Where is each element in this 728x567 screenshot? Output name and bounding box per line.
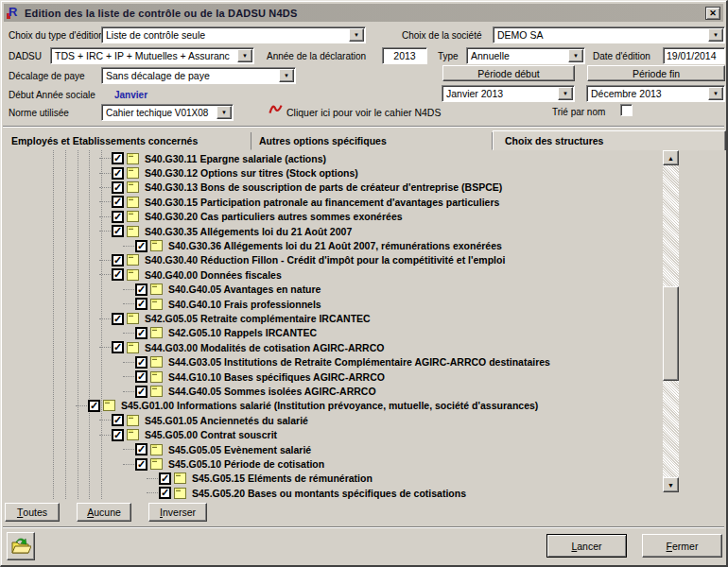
tree-item-checkbox[interactable] (112, 341, 124, 353)
tree-item-checkbox[interactable] (112, 268, 124, 281)
tab-autres-options[interactable]: Autres options spécifiques (251, 132, 493, 150)
tree-item-checkbox[interactable] (112, 429, 124, 441)
norme-combobox[interactable]: Cahier techique V01X08 ▼ (101, 104, 234, 121)
tree-item[interactable]: S45.G05.05 Evènement salarié (4, 442, 660, 456)
tree-item-checkbox[interactable] (159, 472, 171, 485)
tree-item-label: S45.G05.05 Evènement salarié (168, 444, 311, 455)
dadsu-combobox[interactable]: TDS + IRC + IP + Mutuelles + Assuranc ▼ (50, 47, 254, 64)
tree-item-label: S44.G03.05 Institutions de Retraite Comp… (168, 356, 550, 368)
tree-connector (147, 492, 158, 493)
tree-item-checkbox[interactable] (112, 211, 124, 223)
chevron-down-icon[interactable]: ▼ (708, 87, 723, 100)
tree-item[interactable]: S40.G30.11 Epargne salariale (actions) (4, 151, 660, 165)
tree-item[interactable]: S40.G30.36 Allégements loi du 21 Août 20… (4, 238, 660, 252)
tree-item-checkbox[interactable] (135, 370, 147, 383)
tree-item-checkbox[interactable] (112, 196, 124, 208)
tree-item-checkbox[interactable] (112, 167, 124, 180)
tree-item[interactable]: S44.G03.05 Institutions de Retraite Comp… (4, 355, 660, 369)
tree-item[interactable]: S45.G05.10 Période de cotisation (4, 456, 660, 471)
tree-item[interactable]: S44.G40.05 Sommes isolées AGIRC-ARRCO (4, 384, 660, 398)
tree-item[interactable]: S45.G05.15 Eléments de rémunération (4, 472, 660, 486)
folder-icon (150, 284, 163, 295)
tree-item-label: S44.G40.05 Sommes isolées AGIRC-ARRCO (168, 386, 376, 397)
aucune-button[interactable]: Aucune (77, 503, 131, 522)
tree-item-checkbox[interactable] (135, 386, 147, 398)
inverser-button[interactable]: Inverser (148, 503, 207, 522)
chevron-down-icon[interactable]: ▼ (708, 28, 723, 42)
chevron-down-icon[interactable]: ▼ (349, 28, 364, 42)
tree-connector (99, 216, 111, 217)
folder-icon (127, 269, 139, 281)
tree-item[interactable]: S40.G40.00 Données fiscales (4, 267, 660, 282)
date-edition-field[interactable]: 19/01/2014 (663, 47, 725, 64)
tree-item[interactable]: S40.G30.35 Allégements loi du 21 Août 20… (4, 224, 660, 238)
tree-item-checkbox[interactable] (112, 414, 124, 426)
annee-field[interactable]: 2013 (382, 47, 427, 64)
periode-debut-header[interactable]: Période début (442, 65, 575, 81)
tree-item[interactable]: S44.G10.10 Bases spécifiques AGIRC-ARRCO (4, 369, 660, 384)
scrollbar-thumb[interactable] (663, 286, 679, 381)
tree-connector (99, 347, 111, 348)
tree-item-checkbox[interactable] (135, 298, 147, 310)
tree-item[interactable]: S45.G01.00 Informations salarié (Institu… (4, 399, 660, 413)
tree-connector (123, 246, 134, 247)
tree-item-checkbox[interactable] (112, 152, 124, 164)
periode-fin-header[interactable]: Période fin (587, 65, 725, 81)
tree-item-checkbox[interactable] (112, 225, 124, 237)
tree-item-checkbox[interactable] (135, 356, 147, 369)
tree-item[interactable]: S44.G03.00 Modalités de cotisation AGIRC… (4, 340, 660, 354)
tree-item[interactable]: S40.G30.13 Bons de souscription de parts… (4, 180, 660, 195)
chevron-down-icon[interactable]: ▼ (217, 106, 232, 119)
type-combobox[interactable]: Annuelle ▼ (466, 47, 585, 64)
title-bar[interactable]: R Edition des la liste de contrôle ou de… (4, 4, 723, 22)
tree-item-checkbox[interactable] (159, 487, 171, 499)
tree-item[interactable]: S40.G40.05 Avantages en nature (4, 283, 660, 297)
chevron-down-icon[interactable]: ▼ (279, 69, 294, 82)
close-icon[interactable]: ✕ (705, 7, 720, 20)
tree-connector (99, 201, 111, 202)
tree-item-label: S45.G05.00 Contrat souscrit (145, 429, 277, 440)
tree-item[interactable]: S42.G05.05 Retraite complémentaire IRCAN… (4, 311, 660, 325)
pdf-icon[interactable] (269, 101, 283, 116)
open-folder-button[interactable] (7, 532, 35, 560)
chevron-down-icon[interactable]: ▼ (568, 49, 583, 62)
tree-item[interactable]: S45.G01.05 Anciennetés du salarié (4, 413, 660, 427)
scroll-down-icon[interactable]: ▼ (663, 477, 679, 492)
tree-item-checkbox[interactable] (112, 313, 124, 325)
societe-combobox[interactable]: DEMO SA ▼ (493, 26, 725, 43)
tree-item-checkbox[interactable] (135, 240, 147, 252)
tree-item[interactable]: S40.G40.10 Frais professionnels (4, 297, 660, 311)
tab-employes[interactable]: Employés et Etablissements concernés (4, 132, 251, 150)
trie-par-nom-checkbox[interactable] (620, 104, 633, 116)
tree-item-checkbox[interactable] (135, 443, 147, 455)
tree-item[interactable]: S40.G30.20 Cas particuliers autres somme… (4, 210, 660, 224)
tree-item[interactable]: S40.G30.40 Réduction Fillon - Crédit d'i… (4, 253, 660, 267)
periode-debut-combobox[interactable]: Janvier 2013 ▼ (442, 85, 575, 102)
tree-item-checkbox[interactable] (88, 400, 100, 412)
tree-item-checkbox[interactable] (135, 458, 147, 471)
tree-item-label: S40.G30.11 Epargne salariale (actions) (145, 153, 326, 164)
tree-item[interactable]: S45.G05.00 Contrat souscrit (4, 428, 660, 442)
divider (3, 526, 724, 528)
cahier-link[interactable]: Cliquer ici pour voir le cahier N4DS (286, 107, 441, 118)
toutes-button[interactable]: Toutes (5, 503, 60, 522)
fermer-button[interactable]: Fermer (642, 534, 722, 558)
scroll-up-icon[interactable]: ▲ (663, 150, 679, 165)
tree-item[interactable]: S40.G30.12 Options sur titres (Stock opt… (4, 165, 660, 180)
lancer-button[interactable]: Lancer (546, 534, 627, 558)
tree-item-label: S45.G05.20 Bases ou montants spécifiques… (192, 488, 466, 499)
tree-item-checkbox[interactable] (135, 284, 147, 296)
tab-choix-structures[interactable]: Choix des structures (493, 130, 726, 150)
tree-scrollbar[interactable]: ▲ ▼ (663, 150, 679, 492)
chevron-down-icon[interactable]: ▼ (558, 87, 573, 100)
chevron-down-icon[interactable]: ▼ (237, 49, 252, 62)
type-edition-combobox[interactable]: Liste de contrôle seule ▼ (101, 26, 366, 43)
tree-item[interactable]: S45.G05.20 Bases ou montants spécifiques… (4, 486, 660, 499)
periode-fin-combobox[interactable]: Décembre 2013 ▼ (586, 85, 725, 102)
decalage-combobox[interactable]: Sans décalage de paye ▼ (101, 67, 296, 84)
tree-item-checkbox[interactable] (135, 327, 147, 339)
tree-item-checkbox[interactable] (112, 181, 124, 194)
tree-item[interactable]: S40.G30.15 Participation patronale au fi… (4, 195, 660, 209)
tree-item-checkbox[interactable] (112, 254, 124, 266)
tree-item[interactable]: S42.G05.10 Rappels IRCANTEC (4, 326, 660, 340)
